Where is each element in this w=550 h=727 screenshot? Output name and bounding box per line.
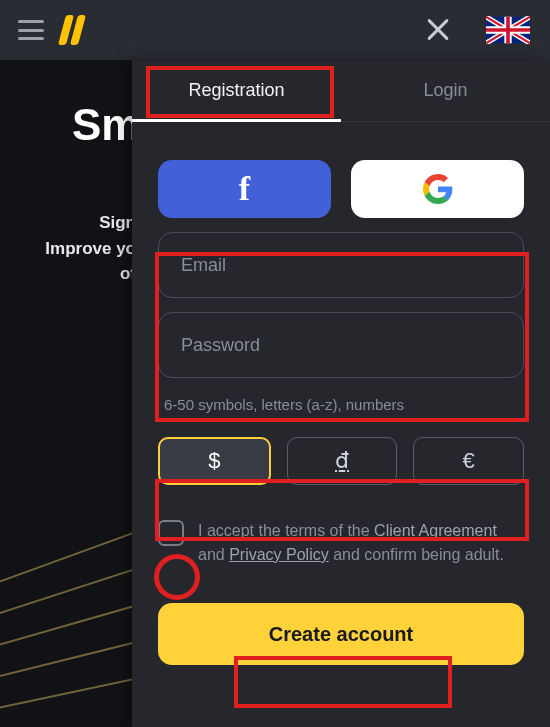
tab-registration[interactable]: Registration: [132, 60, 341, 121]
email-field[interactable]: [158, 232, 524, 298]
language-flag-uk[interactable]: [486, 16, 530, 44]
hamburger-icon[interactable]: [18, 20, 44, 40]
google-login-button[interactable]: [351, 160, 524, 218]
social-login-row: f: [158, 160, 524, 218]
tab-login[interactable]: Login: [341, 60, 550, 121]
background-title: Sm: [72, 100, 140, 150]
google-icon: [423, 174, 453, 204]
facebook-icon: f: [239, 170, 250, 208]
auth-tabs: Registration Login: [132, 60, 550, 122]
privacy-policy-link[interactable]: Privacy Policy: [229, 546, 329, 563]
background-subtitle: Sign Improve yo of: [0, 210, 140, 287]
auth-panel: Registration Login f 6-50 symbols, lette…: [132, 60, 550, 727]
password-hint: 6-50 symbols, letters (a-z), numbers: [164, 396, 524, 413]
logo-icon: [58, 15, 90, 45]
currency-vnd[interactable]: ₫: [287, 437, 398, 485]
client-agreement-link[interactable]: Client Agreement: [374, 522, 497, 539]
currency-usd[interactable]: $: [158, 437, 271, 485]
facebook-login-button[interactable]: f: [158, 160, 331, 218]
currency-eur[interactable]: €: [413, 437, 524, 485]
background-decorative-lines: [0, 487, 140, 727]
create-account-button[interactable]: Create account: [158, 603, 524, 665]
password-field[interactable]: [158, 312, 524, 378]
background-page: Sm Sign Improve yo of: [0, 60, 140, 727]
currency-row: $ ₫ €: [158, 437, 524, 485]
panel-body: f 6-50 symbols, letters (a-z), numbers $…: [132, 122, 550, 665]
terms-checkbox[interactable]: [158, 520, 184, 546]
terms-text: I accept the terms of the Client Agreeme…: [198, 519, 524, 567]
top-bar: [0, 0, 550, 60]
terms-row: I accept the terms of the Client Agreeme…: [158, 519, 524, 567]
close-icon[interactable]: [426, 18, 450, 42]
